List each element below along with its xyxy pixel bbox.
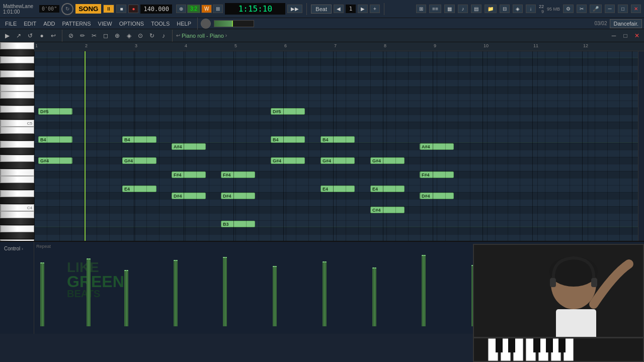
note-Gs4[interactable]: G#4 <box>38 157 72 164</box>
beat-next[interactable]: ▶ <box>358 5 368 13</box>
note-Gs4[interactable]: G#4 <box>370 157 405 164</box>
note-B4[interactable]: B4 <box>320 136 355 143</box>
note-B4[interactable]: B4 <box>271 136 305 143</box>
note-Gs4[interactable]: G#4 <box>271 157 305 164</box>
piano-key-D#5[interactable] <box>0 99 34 106</box>
beat-add[interactable]: + <box>370 5 380 13</box>
pr-maximize[interactable]: □ <box>620 31 630 41</box>
menu-patterns[interactable]: PATTERNS <box>59 20 94 28</box>
menu-help[interactable]: HELP <box>174 20 194 28</box>
cursor-tool[interactable]: ↗ <box>14 31 24 41</box>
scroll-right[interactable] <box>638 51 644 241</box>
note-B4[interactable]: B4 <box>38 136 72 143</box>
eq-icon[interactable]: ⊞ <box>213 5 223 13</box>
step-seq-icon[interactable]: ▤ <box>471 5 481 13</box>
piano-key-F#5[interactable] <box>0 77 34 84</box>
pattern-icon[interactable]: 3:2 <box>187 5 200 13</box>
piano-key-D5[interactable] <box>0 106 34 113</box>
record2-icon[interactable]: ✂ <box>577 5 587 13</box>
piano-key-C4[interactable]: C4 <box>0 204 34 211</box>
play-tool[interactable]: ▶ <box>2 31 12 41</box>
note-As4[interactable]: A#4 <box>172 143 206 150</box>
note-Gs4[interactable]: G#4 <box>122 157 156 164</box>
piano-key-F#4[interactable] <box>0 162 34 169</box>
piano-key-A3[interactable] <box>0 225 34 232</box>
note-E4[interactable]: E4 <box>122 186 156 192</box>
magnet-tool[interactable]: ⊘ <box>66 31 76 41</box>
mixer-icon[interactable]: W <box>201 5 212 13</box>
minimize-btn[interactable]: ─ <box>605 5 615 13</box>
mic-icon[interactable]: 🎤 <box>590 5 602 13</box>
piano-key-D#4[interactable] <box>0 183 34 190</box>
volume-slider[interactable] <box>214 20 254 27</box>
piano-key-C#4[interactable] <box>0 197 34 204</box>
undo-tool[interactable]: ↩ <box>48 31 58 41</box>
brush-tool[interactable]: ✂ <box>89 31 99 41</box>
note-Ds4[interactable]: D#4 <box>221 193 255 199</box>
note-E4[interactable]: E4 <box>370 186 405 192</box>
piano-key-A#3[interactable] <box>0 218 34 225</box>
piano-key-G5[interactable] <box>0 70 34 77</box>
menu-view[interactable]: VIEW <box>95 20 115 28</box>
menu-file[interactable]: FILE <box>2 20 20 28</box>
piano-key-E4[interactable] <box>0 176 34 183</box>
metronome-icon[interactable]: ↻ <box>61 3 73 15</box>
piano-key-A4[interactable] <box>0 141 34 148</box>
piano-icon[interactable]: ♪ <box>458 5 468 13</box>
menu-add[interactable]: ADD <box>40 20 58 28</box>
note-B3[interactable]: B3 <box>221 221 255 227</box>
channel-rack-icon[interactable]: ▦ <box>444 5 455 13</box>
mute-tool[interactable]: ⊕ <box>112 31 122 41</box>
note-E4[interactable]: E4 <box>320 186 355 192</box>
snap-icon[interactable]: ⊕ <box>176 5 186 13</box>
pr-close[interactable]: ✕ <box>632 31 642 41</box>
piano-key-G4[interactable] <box>0 155 34 162</box>
note-As4[interactable]: A#4 <box>420 143 454 150</box>
record-tool[interactable]: ● <box>37 31 47 41</box>
beat-prev[interactable]: ◀ <box>334 5 344 13</box>
piano-key-C5[interactable]: C5 <box>0 120 34 127</box>
note-B4[interactable]: B4 <box>122 136 156 143</box>
midi-icon[interactable]: ◈ <box>513 5 523 13</box>
menu-edit[interactable]: EDIT <box>21 20 39 28</box>
pr-minimize[interactable]: ─ <box>609 31 619 41</box>
maximize-btn[interactable]: □ <box>618 5 628 13</box>
piano-key-E5[interactable] <box>0 92 34 99</box>
piano-key-B3[interactable] <box>0 211 34 218</box>
close-btn[interactable]: ✕ <box>631 5 641 13</box>
note-Fs4[interactable]: F#4 <box>221 171 255 178</box>
loop2-tool[interactable]: ↻ <box>147 31 157 41</box>
note-Ds4[interactable]: D#4 <box>420 193 454 199</box>
stop-button[interactable]: ■ <box>116 5 126 13</box>
piano-key-C#5[interactable] <box>0 113 34 120</box>
note-Gs4[interactable]: G#4 <box>320 157 355 164</box>
song-button[interactable]: SONG <box>75 4 101 14</box>
note-Cs4[interactable]: C#4 <box>370 207 405 213</box>
cpu-icon[interactable]: ↓ <box>526 5 536 13</box>
volume-knob[interactable] <box>201 19 211 29</box>
piano-key-F5[interactable] <box>0 84 34 92</box>
note-Fs4[interactable]: F#4 <box>420 171 454 178</box>
menu-options[interactable]: OPTIONS <box>116 20 147 28</box>
note-Ds5[interactable]: D#5 <box>271 108 305 115</box>
settings-icon[interactable]: ⚙ <box>563 5 574 13</box>
pattern-menu-icon[interactable]: ⊞ <box>416 5 426 13</box>
piano-key-A5[interactable] <box>0 56 34 63</box>
piano-key-D4[interactable] <box>0 190 34 197</box>
browser-icon[interactable]: 📁 <box>485 5 497 13</box>
piano-key-A#5[interactable] <box>0 49 34 56</box>
speaker-tool[interactable]: ♪ <box>158 31 169 41</box>
mixer-btn[interactable]: ≡≡ <box>429 5 441 13</box>
zoom-tool[interactable]: ⊙ <box>135 31 145 41</box>
waveform-icon[interactable]: ▶▶ <box>287 5 302 13</box>
note-Ds5[interactable]: D#5 <box>38 108 72 115</box>
record-button[interactable]: ● <box>128 5 138 13</box>
note-grid[interactable]: D#5D#5B4B4B4B4A#4A#4G#4G#4G#4G#4G#4F#4F#… <box>34 51 638 241</box>
piano-key-G#5[interactable] <box>0 63 34 70</box>
piano-key-F4[interactable] <box>0 169 34 176</box>
piano-key-A#4[interactable] <box>0 134 34 141</box>
note-Ds4[interactable]: D#4 <box>172 193 206 199</box>
select-tool[interactable]: ◈ <box>124 31 134 41</box>
note-Fs4[interactable]: F#4 <box>172 171 206 178</box>
beat-button[interactable]: Beat <box>311 5 332 14</box>
